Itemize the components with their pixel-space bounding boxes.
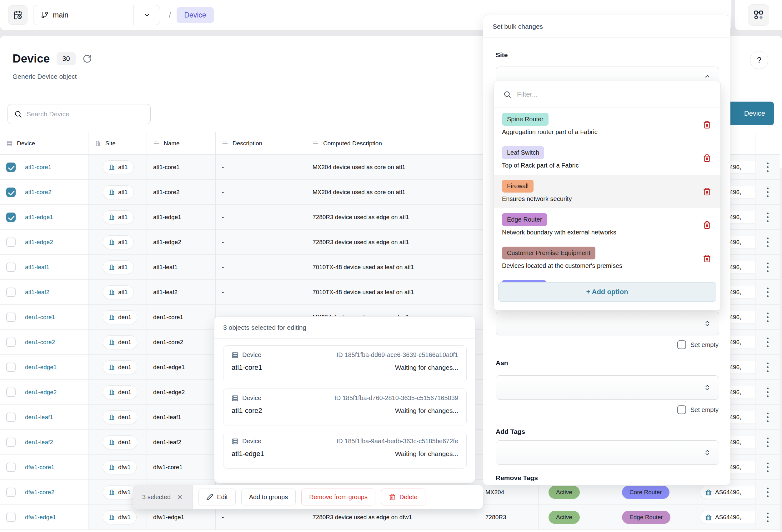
dropdown-option[interactable]: Spine RouterAggregation router part of a…	[494, 108, 720, 141]
close-icon[interactable]	[176, 494, 183, 500]
row-checkbox[interactable]	[6, 488, 15, 497]
delete-option-trash-icon[interactable]	[703, 187, 711, 196]
time-travel-button[interactable]	[8, 5, 28, 25]
row-menu-kebab-icon[interactable]	[767, 238, 769, 247]
row-menu-kebab-icon[interactable]	[767, 262, 769, 272]
row-checkbox[interactable]	[6, 388, 15, 397]
row-menu-kebab-icon[interactable]	[767, 413, 769, 422]
row-menu-kebab-icon[interactable]	[767, 338, 769, 347]
remove-from-groups-button[interactable]: Remove from groups	[301, 489, 376, 505]
device-link[interactable]: den1-leaf2	[25, 439, 53, 446]
dropdown-option[interactable]: Leaf SwitchTop of Rack part of a Fabric	[494, 141, 720, 175]
device-link[interactable]: dfw1-core2	[25, 489, 55, 496]
dropdown-option[interactable]: Edge RouterNetwork boundary with externa…	[494, 208, 720, 242]
device-link[interactable]: den1-edge2	[25, 389, 57, 396]
device-link[interactable]: atl1-leaf2	[25, 289, 49, 296]
branch-selector[interactable]: main	[33, 5, 160, 25]
site-pill[interactable]: atl1	[103, 210, 134, 224]
dropdown-option[interactable]: FirewallEnsures network security	[494, 175, 720, 208]
row-menu-kebab-icon[interactable]	[767, 463, 769, 472]
row-menu-kebab-icon[interactable]	[767, 363, 769, 372]
row-checkbox[interactable]	[6, 437, 15, 447]
delete-option-trash-icon[interactable]	[703, 121, 711, 129]
search-input[interactable]: Search Device	[7, 104, 151, 124]
site-pill[interactable]: den1	[103, 385, 137, 399]
delete-option-trash-icon[interactable]	[703, 221, 711, 229]
row-menu-kebab-icon[interactable]	[767, 488, 769, 497]
site-pill[interactable]: den1	[103, 310, 137, 324]
set-empty-checkbox[interactable]	[677, 341, 686, 349]
column-header-device[interactable]: Device	[0, 132, 88, 154]
asn-pill[interactable]: AS64496,	[700, 511, 755, 524]
site-pill[interactable]: atl1	[103, 235, 134, 249]
dropdown-option[interactable]: Customer Premise EquipmentDevices locate…	[494, 242, 720, 275]
row-checkbox[interactable]	[6, 238, 15, 247]
device-link[interactable]: atl1-edge1	[25, 214, 53, 221]
row-checkbox[interactable]	[6, 288, 15, 297]
site-pill[interactable]: atl1	[103, 185, 134, 199]
row-menu-kebab-icon[interactable]	[767, 163, 769, 172]
add-tags-select[interactable]	[496, 440, 719, 465]
site-pill[interactable]: den1	[103, 360, 137, 374]
column-header-name[interactable]: Name	[147, 132, 216, 154]
delete-option-trash-icon[interactable]	[703, 154, 711, 162]
device-link[interactable]: den1-leaf1	[25, 414, 53, 421]
site-pill[interactable]: atl1	[103, 285, 134, 299]
row-checkbox[interactable]	[6, 163, 15, 172]
row-menu-kebab-icon[interactable]	[767, 288, 769, 297]
site-pill[interactable]: den1	[103, 335, 137, 349]
row-checkbox[interactable]	[6, 363, 15, 372]
row-checkbox[interactable]	[6, 313, 15, 322]
help-button[interactable]: ?	[750, 51, 768, 69]
breadcrumb-device[interactable]: Device	[177, 7, 213, 23]
row-menu-kebab-icon[interactable]	[767, 213, 769, 222]
branch-dropdown-toggle[interactable]	[134, 5, 160, 25]
asn-pill[interactable]: AS64496,	[700, 486, 755, 499]
branch-current[interactable]: main	[33, 11, 134, 20]
site-pill[interactable]: dfw1	[103, 510, 137, 524]
site-pill[interactable]: den1	[103, 411, 137, 424]
device-link[interactable]: den1-core2	[25, 339, 55, 346]
status-select[interactable]	[496, 312, 719, 335]
device-link[interactable]: atl1-core1	[25, 164, 51, 171]
refresh-icon[interactable]	[82, 54, 92, 64]
column-header-description[interactable]: Description	[216, 132, 306, 154]
column-header-computed-description[interactable]: Computed Description	[306, 132, 479, 154]
asn-select[interactable]	[496, 376, 719, 400]
row-checkbox[interactable]	[6, 262, 15, 272]
site-pill[interactable]: dfw1	[103, 460, 137, 474]
schema-button[interactable]	[748, 4, 769, 26]
site-pill[interactable]: den1	[103, 435, 137, 449]
row-checkbox[interactable]	[6, 463, 15, 472]
filter-input[interactable]: Filter...	[494, 81, 720, 108]
device-link[interactable]: den1-core1	[25, 314, 55, 321]
add-to-groups-button[interactable]: Add to groups	[241, 489, 296, 505]
edit-button[interactable]: Edit	[199, 489, 235, 505]
row-menu-kebab-icon[interactable]	[767, 187, 769, 197]
device-link[interactable]: den1-edge1	[25, 364, 57, 371]
row-checkbox[interactable]	[6, 512, 15, 522]
server-icon	[232, 438, 239, 445]
row-menu-kebab-icon[interactable]	[767, 512, 769, 522]
site-pill[interactable]: atl1	[103, 161, 134, 174]
site-pill[interactable]: atl1	[103, 260, 134, 274]
scrollbar-track[interactable]	[780, 168, 782, 532]
site-pill[interactable]: dfw1	[103, 486, 137, 499]
device-link[interactable]: atl1-leaf1	[25, 264, 49, 271]
row-checkbox[interactable]	[6, 187, 15, 197]
row-checkbox[interactable]	[6, 338, 15, 347]
row-checkbox[interactable]	[6, 213, 15, 222]
delete-option-trash-icon[interactable]	[703, 254, 711, 262]
row-menu-kebab-icon[interactable]	[767, 313, 769, 322]
column-header-site[interactable]: Site	[88, 132, 147, 154]
add-option-button[interactable]: + Add option	[498, 282, 716, 302]
device-link[interactable]: atl1-edge2	[25, 239, 53, 246]
row-menu-kebab-icon[interactable]	[767, 437, 769, 447]
row-menu-kebab-icon[interactable]	[767, 388, 769, 397]
device-link[interactable]: atl1-core2	[25, 189, 51, 196]
delete-button[interactable]: Delete	[381, 489, 425, 505]
device-link[interactable]: dfw1-core1	[25, 464, 55, 471]
row-checkbox[interactable]	[6, 413, 15, 422]
set-empty-checkbox[interactable]	[677, 405, 686, 414]
device-link[interactable]: dfw1-edge1	[25, 514, 56, 521]
